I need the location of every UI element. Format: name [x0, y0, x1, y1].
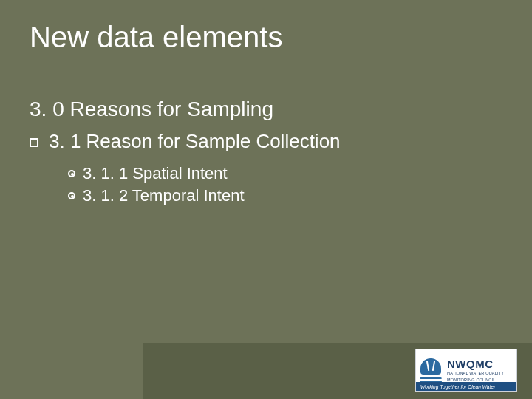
shell-icon: [420, 358, 441, 375]
outline-level-3-item: 3. 1. 1 Spatial Intent: [68, 164, 228, 183]
outline-level-3-text: 3. 1. 2 Temporal Intent: [83, 186, 245, 205]
logo-tagline: Working Together for Clean Water: [416, 382, 516, 391]
logo-acronym: NWQMC: [447, 358, 516, 369]
circle-dot-bullet-icon: [68, 170, 75, 177]
slide-title: New data elements: [30, 21, 282, 54]
outline-level-2: 3. 1 Reason for Sample Collection: [30, 130, 341, 153]
outline-level-2-text: 3. 1 Reason for Sample Collection: [49, 130, 341, 152]
circle-dot-bullet-icon: [68, 192, 75, 200]
outline-level-1: 3. 0 Reasons for Sampling: [30, 98, 273, 121]
outline-level-3-item: 3. 1. 2 Temporal Intent: [68, 186, 245, 205]
square-bullet-icon: [30, 138, 38, 147]
wave-icon: [420, 377, 442, 379]
nwqmc-logo: NWQMC NATIONAL WATER QUALITY MONITORING …: [415, 349, 517, 392]
outline-level-3-text: 3. 1. 1 Spatial Intent: [83, 164, 228, 183]
logo-sub-line: MONITORING COUNCIL: [447, 378, 516, 382]
logo-sub-line: NATIONAL WATER QUALITY: [447, 371, 516, 375]
